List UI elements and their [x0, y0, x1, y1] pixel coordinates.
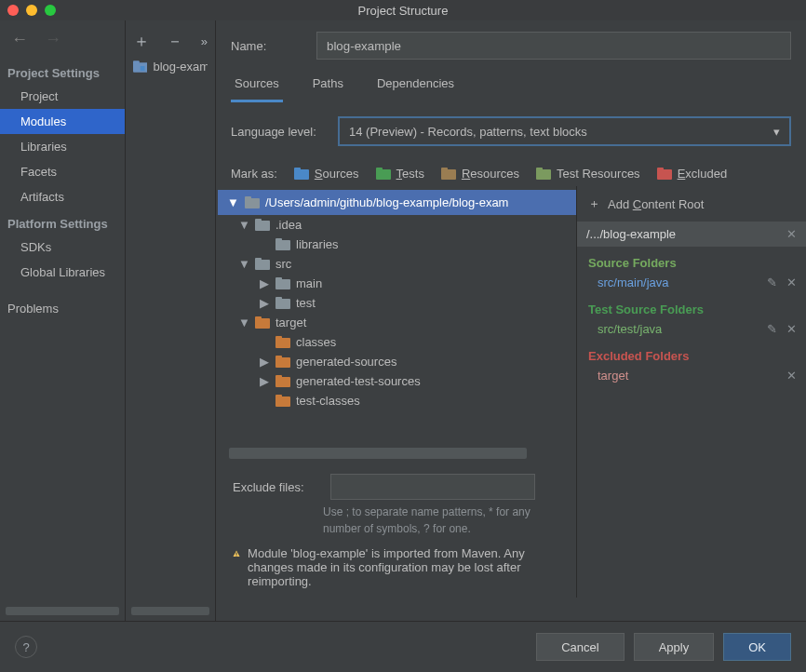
content-root-item-text: src/test/java [598, 322, 662, 336]
add-icon[interactable]: ＋ [133, 30, 150, 52]
section-project-settings: Project Settings [0, 62, 125, 84]
content-root-item[interactable]: src/test/java✎✕ [577, 318, 806, 340]
sidebar-item-global-libraries[interactable]: Global Libraries [0, 260, 125, 285]
window-title: Project Structure [0, 4, 806, 18]
scrollbar-left[interactable] [6, 607, 119, 615]
svg-rect-6 [376, 168, 383, 171]
close-icon[interactable]: ✕ [786, 276, 797, 289]
caret-right-icon[interactable]: ▶ [259, 276, 270, 290]
caret-down-icon[interactable]: ▼ [238, 316, 249, 329]
tree-label: main [296, 276, 322, 290]
svg-rect-10 [536, 168, 543, 171]
caret-down-icon[interactable]: ▼ [238, 218, 249, 232]
folder-icon [255, 258, 270, 271]
add-content-root[interactable]: Add Content Root [608, 197, 704, 211]
sidebar-item-modules[interactable]: Modules [0, 109, 125, 134]
module-item[interactable]: blog-exam [126, 54, 215, 79]
sidebar-item-libraries[interactable]: Libraries [0, 134, 125, 159]
sidebar-item-artifacts[interactable]: Artifacts [0, 184, 125, 209]
tree-row[interactable]: ▶test [218, 293, 576, 313]
module-details: Name: Sources Paths Dependencies Languag… [216, 20, 806, 621]
add-icon[interactable]: ＋ [588, 195, 600, 212]
folder-icon [275, 336, 290, 349]
content-root-path-text: /.../blog-example [586, 227, 676, 241]
folder-icon [657, 168, 672, 181]
exclude-hint: Use ; to separate name patterns, * for a… [218, 504, 576, 537]
tree-row[interactable]: test-classes [218, 391, 576, 410]
tree-row[interactable]: ▶generated-sources [218, 352, 576, 371]
tree-root[interactable]: ▼ /Users/admin/github/blog-example/blog-… [218, 190, 576, 215]
ok-button[interactable]: OK [723, 633, 791, 661]
tree-row[interactable]: ▼.idea [218, 215, 576, 235]
back-icon[interactable]: ← [11, 30, 28, 49]
mark-resources[interactable]: Resources [441, 167, 519, 181]
folder-icon [275, 297, 290, 310]
markas-label: Mark as: [231, 167, 277, 181]
svg-rect-24 [275, 297, 282, 301]
tree-label: generated-test-sources [296, 374, 421, 388]
module-list: ＋ － » blog-exam [126, 20, 216, 621]
caret-right-icon[interactable]: ▶ [259, 355, 270, 369]
cancel-button[interactable]: Cancel [536, 633, 624, 661]
svg-rect-32 [275, 375, 282, 379]
sidebar-item-project[interactable]: Project [0, 84, 125, 109]
exclude-files-input[interactable] [330, 474, 535, 500]
edit-icon[interactable]: ✎ [767, 322, 777, 336]
mark-tests[interactable]: Tests [376, 167, 424, 181]
more-icon[interactable]: » [201, 34, 208, 48]
tree-root-label: /Users/admin/github/blog-example/blog-ex… [265, 195, 509, 209]
tree-row[interactable]: classes [218, 332, 576, 352]
sidebar-item-sdks[interactable]: SDKs [0, 235, 125, 260]
mark-excluded[interactable]: Excluded [657, 167, 727, 181]
tab-sources[interactable]: Sources [231, 67, 283, 102]
scrollbar-tree[interactable] [229, 448, 527, 459]
tree-label: test [296, 296, 316, 310]
content-root-path[interactable]: /.../blog-example ✕ [577, 222, 806, 247]
caret-down-icon[interactable]: ▼ [238, 257, 249, 271]
content-root-item-text: target [598, 369, 628, 383]
caret-right-icon[interactable]: ▶ [259, 374, 270, 388]
tree-row[interactable]: libraries [218, 235, 576, 254]
folder-icon [275, 238, 290, 251]
folder-icon [376, 168, 391, 181]
tree-row[interactable]: ▼src [218, 254, 576, 274]
tab-paths[interactable]: Paths [309, 67, 347, 102]
sidebar-item-facets[interactable]: Facets [0, 159, 125, 184]
close-icon[interactable]: ✕ [786, 322, 797, 336]
svg-rect-8 [441, 168, 448, 171]
content-root-section-title: Excluded Folders [577, 340, 806, 365]
tree-row[interactable]: ▼target [218, 313, 576, 332]
tree-label: generated-sources [296, 355, 396, 369]
content-root-section-title: Source Folders [577, 247, 806, 272]
close-icon[interactable]: ✕ [786, 227, 797, 241]
caret-right-icon[interactable]: ▶ [259, 296, 270, 310]
content-root-item[interactable]: target✕ [577, 365, 806, 386]
svg-rect-14 [245, 196, 251, 200]
mark-sources[interactable]: Sources [294, 167, 359, 181]
titlebar: Project Structure [0, 0, 806, 20]
name-input[interactable] [316, 32, 791, 60]
mark-test-resources[interactable]: Test Resources [536, 167, 640, 181]
sidebar-item-problems[interactable]: Problems [0, 296, 125, 321]
svg-rect-26 [255, 316, 262, 320]
tab-dependencies[interactable]: Dependencies [373, 67, 458, 102]
svg-rect-37 [236, 556, 237, 557]
caret-down-icon: ▼ [227, 195, 239, 209]
remove-icon[interactable]: － [167, 30, 183, 52]
name-label: Name: [231, 39, 305, 53]
edit-icon[interactable]: ✎ [767, 276, 777, 289]
tree-label: target [275, 316, 306, 329]
help-button[interactable]: ? [15, 636, 37, 658]
svg-rect-22 [275, 277, 282, 281]
content-root-section-title: Test Source Folders [577, 293, 806, 318]
tree-row[interactable]: ▶main [218, 274, 576, 293]
language-level-select[interactable]: 14 (Preview) - Records, patterns, text b… [338, 116, 791, 146]
close-icon[interactable]: ✕ [786, 369, 797, 383]
apply-button[interactable]: Apply [634, 633, 715, 661]
folder-icon [275, 395, 290, 408]
scrollbar-mid[interactable] [131, 607, 209, 615]
language-level-value: 14 (Preview) - Records, patterns, text b… [349, 125, 587, 139]
tree-row[interactable]: ▶generated-test-sources [218, 371, 576, 391]
folder-icon [255, 219, 270, 232]
content-root-item[interactable]: src/main/java✎✕ [577, 272, 806, 293]
